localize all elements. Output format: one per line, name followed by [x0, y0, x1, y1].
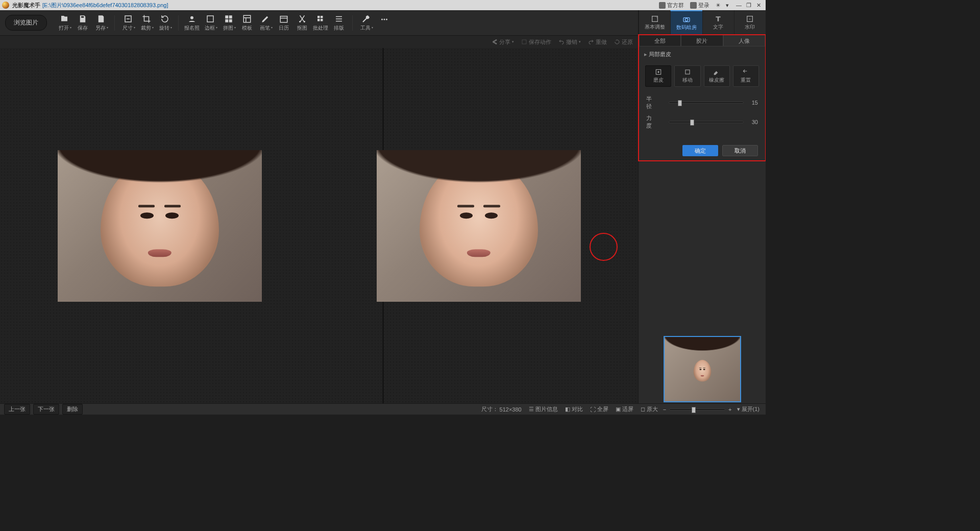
collage-button[interactable]: 拼图	[220, 13, 237, 33]
cutout-button[interactable]: 抠图	[294, 13, 310, 33]
sub-tabs: 全部 胶片 人像	[639, 35, 765, 46]
photo-original	[58, 150, 262, 302]
zoom-in-icon[interactable]: +	[728, 406, 731, 413]
resize-button[interactable]: 尺寸	[120, 13, 136, 33]
strength-slider[interactable]: 力度 30	[639, 112, 765, 132]
svg-rect-9	[522, 40, 526, 44]
maximize-button[interactable]: ❐	[743, 1, 753, 10]
svg-point-7	[384, 19, 385, 20]
title-bar: 光影魔术手 [E:\图片\0936ee84f6b6defef7403018280…	[0, 0, 766, 10]
browse-images-button[interactable]: 浏览图片	[5, 15, 47, 31]
rotate-button[interactable]: 旋转	[157, 13, 173, 33]
calendar-button[interactable]: 日历	[276, 13, 292, 33]
zoom-thumb[interactable]	[692, 407, 696, 413]
more-button[interactable]	[376, 13, 393, 33]
batch-button[interactable]: 批处理	[312, 13, 329, 33]
svg-rect-3	[280, 16, 287, 22]
panel-title[interactable]: 局部磨皮	[639, 46, 765, 62]
user-icon	[690, 2, 697, 9]
ok-button[interactable]: 确定	[682, 145, 718, 156]
tool-smooth-button[interactable]: 磨皮	[645, 65, 671, 87]
brush-button[interactable]: 画笔	[257, 13, 274, 33]
svg-point-5	[304, 20, 305, 22]
tool-row: 磨皮 移动 橡皮擦 重置	[639, 65, 765, 87]
radius-slider[interactable]: 半径 15	[639, 93, 765, 112]
svg-point-6	[381, 19, 383, 20]
save-as-button[interactable]: 另存	[93, 13, 109, 33]
next-button[interactable]: 下一张	[33, 404, 59, 415]
svg-point-12	[685, 18, 688, 21]
close-button[interactable]: ✕	[753, 1, 764, 10]
skin-button[interactable]: ☀	[713, 1, 723, 10]
subtab-portrait[interactable]: 人像	[723, 35, 765, 46]
tool-reset-button[interactable]: 重置	[733, 65, 759, 87]
fullscreen-button[interactable]: ⛶ 全屏	[588, 405, 610, 413]
radius-value: 15	[748, 100, 758, 106]
tab-watermark[interactable]: +水印	[734, 10, 766, 35]
svg-point-16	[657, 71, 659, 73]
highlighted-panel: 全部 胶片 人像 局部磨皮 磨皮 移动 橡皮擦 重置 半径 15 力度 30 确…	[638, 34, 766, 161]
photo-preview	[377, 150, 581, 302]
prev-button[interactable]: 上一张	[4, 404, 30, 415]
svg-point-8	[386, 19, 387, 20]
canvas-preview[interactable]	[320, 48, 638, 403]
svg-rect-10	[652, 16, 657, 21]
strength-value: 30	[748, 119, 758, 125]
tools-button[interactable]: 工具	[358, 13, 374, 33]
tab-text[interactable]: 文字	[702, 10, 734, 35]
original-size-button[interactable]: ◻ 原大	[639, 405, 660, 413]
tool-move-button[interactable]: 移动	[674, 65, 700, 87]
right-main-tabs: 基本调整 数码暗房 文字 +水印	[639, 10, 766, 35]
brush-cursor-icon	[590, 233, 618, 261]
status-bar: 上一张 下一张 删除 尺寸：512×380 ☰ 图片信息 ◧ 对比 ⛶ 全屏 ▣…	[0, 403, 766, 415]
canvas-original[interactable]	[0, 48, 319, 403]
delete-button[interactable]: 删除	[62, 404, 83, 415]
compare-button[interactable]: ◧ 对比	[563, 405, 585, 413]
image-info-button[interactable]: ☰ 图片信息	[527, 405, 560, 413]
save-action-button[interactable]: 保存动作	[521, 38, 551, 46]
right-panel: 基本调整 数码暗房 文字 +水印 全部 胶片 人像 局部磨皮 磨皮 移动 橡皮擦…	[638, 10, 766, 405]
restore-button[interactable]: 还原	[614, 38, 633, 46]
thumbnail-panel	[639, 333, 766, 405]
expand-button[interactable]: ▾ 展开(1)	[735, 405, 762, 413]
subtab-all[interactable]: 全部	[639, 35, 681, 46]
tool-eraser-button[interactable]: 橡皮擦	[704, 65, 730, 87]
open-button[interactable]: 打开	[56, 13, 72, 33]
login-button[interactable]: 登录	[687, 1, 713, 10]
strength-thumb[interactable]	[690, 119, 694, 126]
undo-button[interactable]: 撤销 ▾	[558, 38, 581, 46]
zoom-slider[interactable]	[669, 408, 725, 411]
svg-rect-1	[207, 16, 213, 22]
zoom-out-icon[interactable]: −	[663, 406, 666, 413]
size-info: 尺寸：512×380	[479, 405, 524, 413]
menu-button[interactable]: ▾	[723, 1, 733, 10]
strength-track[interactable]	[669, 121, 744, 123]
chat-icon	[659, 2, 666, 9]
app-name: 光影魔术手	[12, 2, 40, 9]
template-button[interactable]: 模板	[239, 13, 255, 33]
svg-text:+: +	[749, 17, 751, 20]
minimize-button[interactable]: —	[733, 1, 743, 10]
radius-track[interactable]	[669, 102, 744, 104]
cancel-button[interactable]: 取消	[722, 145, 758, 156]
redo-button[interactable]: 重做	[588, 38, 607, 46]
tab-basic[interactable]: 基本调整	[639, 10, 670, 35]
crop-button[interactable]: 裁剪	[138, 13, 155, 33]
radius-label: 半径	[646, 95, 665, 110]
thumbnail-image[interactable]	[664, 336, 741, 402]
share-button[interactable]: 分享 ▾	[492, 38, 514, 46]
layout-button[interactable]: 排版	[331, 13, 347, 33]
save-button[interactable]: 保存	[75, 13, 91, 33]
tab-darkroom[interactable]: 数码暗房	[670, 10, 702, 35]
frame-button[interactable]: 边框	[202, 13, 218, 33]
app-logo-icon	[2, 2, 9, 9]
id-photo-button[interactable]: 报名照	[184, 13, 200, 33]
official-group-button[interactable]: 官方群	[656, 1, 687, 10]
svg-point-4	[299, 20, 301, 22]
svg-rect-17	[685, 70, 690, 74]
fit-button[interactable]: ▣ 适屏	[614, 405, 635, 413]
svg-rect-2	[243, 15, 251, 22]
radius-thumb[interactable]	[678, 100, 682, 106]
subtab-film[interactable]: 胶片	[681, 35, 723, 46]
strength-label: 力度	[646, 114, 665, 130]
